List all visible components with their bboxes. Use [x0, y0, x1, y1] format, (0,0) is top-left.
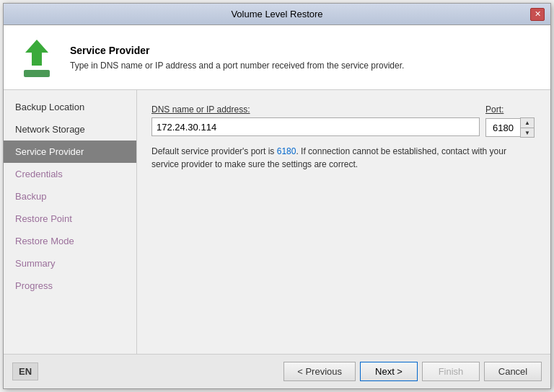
locale-indicator: EN [12, 362, 38, 380]
sidebar-item-backup-location[interactable]: Backup Location [4, 96, 136, 118]
finish-button: Finish [422, 362, 480, 381]
port-increment-button[interactable]: ▲ [521, 118, 534, 128]
dns-port-row: DNS name or IP address: Port: ▲ ▼ [151, 104, 536, 138]
sidebar-item-backup[interactable]: Backup [4, 185, 136, 208]
next-button[interactable]: Next > [360, 362, 418, 381]
header-text: Service Provider Type in DNS name or IP … [70, 45, 404, 71]
content-area: Backup Location Network Storage Service … [4, 90, 550, 354]
main-content: DNS name or IP address: Port: ▲ ▼ Defaul [137, 90, 550, 354]
upload-arrow-icon [22, 38, 51, 67]
info-text: Default service provider's port is 6180.… [151, 145, 536, 171]
footer: EN < Previous Next > Finish Cancel [4, 354, 550, 388]
info-text-before: Default service provider's port is [151, 146, 277, 156]
window-title: Volume Level Restore [24, 9, 530, 19]
header-title: Service Provider [70, 45, 404, 56]
previous-button[interactable]: < Previous [283, 362, 356, 381]
close-button[interactable]: ✕ [530, 8, 545, 21]
icon-progress-bar [24, 70, 50, 77]
header-icon-container [15, 38, 58, 77]
port-spinner: ▲ ▼ [485, 117, 536, 138]
dns-input[interactable] [151, 117, 480, 136]
spinner-buttons: ▲ ▼ [520, 117, 535, 138]
dns-field-group: DNS name or IP address: [151, 104, 480, 136]
sidebar-item-restore-point[interactable]: Restore Point [4, 208, 136, 230]
sidebar: Backup Location Network Storage Service … [4, 90, 137, 354]
sidebar-item-credentials[interactable]: Credentials [4, 163, 136, 185]
sidebar-item-network-storage[interactable]: Network Storage [4, 118, 136, 141]
info-port-highlight: 6180 [277, 146, 296, 156]
port-label: Port: [485, 104, 536, 115]
port-input[interactable] [485, 118, 520, 137]
footer-buttons: < Previous Next > Finish Cancel [283, 362, 542, 381]
sidebar-item-progress[interactable]: Progress [4, 275, 136, 297]
port-field-group: Port: ▲ ▼ [485, 104, 536, 138]
sidebar-item-restore-mode[interactable]: Restore Mode [4, 230, 136, 252]
cancel-button[interactable]: Cancel [484, 362, 542, 381]
sidebar-item-service-provider[interactable]: Service Provider [4, 141, 136, 163]
title-bar: Volume Level Restore ✕ [4, 4, 550, 25]
sidebar-item-summary[interactable]: Summary [4, 252, 136, 275]
header-area: Service Provider Type in DNS name or IP … [4, 25, 550, 90]
dns-label: DNS name or IP address: [151, 104, 480, 115]
main-window: Volume Level Restore ✕ Service Provider … [3, 3, 551, 389]
header-description: Type in DNS name or IP address and a por… [70, 61, 404, 71]
port-decrement-button[interactable]: ▼ [521, 128, 534, 137]
svg-marker-0 [25, 40, 48, 66]
